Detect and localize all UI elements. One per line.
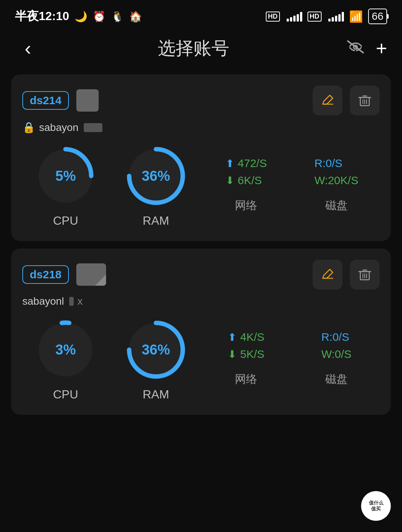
- account-name-2: sabayonl: [22, 295, 64, 307]
- moon-icon: 🌙: [74, 10, 87, 23]
- eye-off-icon: [346, 39, 365, 54]
- net-down-value-1: 6K/S: [238, 174, 262, 187]
- time-display: 半夜12:10: [15, 8, 69, 25]
- network-values-1: ⬆ 472/S ⬇ 6K/S: [226, 157, 267, 187]
- edit-icon-2: [321, 268, 334, 281]
- network-col-1: ⬆ 472/S ⬇ 6K/S 网络: [203, 157, 290, 213]
- disk-values-2: R:0/S W:0/S: [321, 331, 351, 360]
- net-label-1: 网络: [235, 198, 257, 213]
- disk-r-row-2: R:0/S: [321, 331, 349, 343]
- network-values-2: ⬆ 4K/S ⬇ 5K/S: [228, 331, 264, 360]
- page-title: 选择账号: [158, 36, 229, 60]
- page-header: ‹ 选择账号 +: [0, 30, 402, 67]
- disk-values-1: R:0/S W:20K/S: [315, 157, 358, 187]
- signal-2: [328, 11, 344, 22]
- disk-label-1: 磁盘: [325, 198, 348, 213]
- ram-gauge-2: 36% RAM: [113, 316, 200, 401]
- account-name-blurred-2: [69, 297, 74, 306]
- device-badge-2: ds218: [22, 265, 69, 284]
- wifi-icon: 📶: [349, 10, 363, 23]
- delete-button-1[interactable]: [350, 86, 380, 115]
- cpu-gauge-2: 3% CPU: [22, 316, 109, 401]
- disk-w-row-2: W:0/S: [321, 348, 351, 360]
- signal-1: [287, 11, 302, 22]
- device-card-2: ds218: [11, 249, 391, 415]
- app-icon-2: 🏠: [129, 10, 142, 23]
- disk-r-row-1: R:0/S: [315, 157, 342, 170]
- disk-w-value-1: W:20K/S: [315, 174, 358, 187]
- delete-button-2[interactable]: [350, 260, 380, 289]
- account-row-1: 🔒 sabayon: [22, 121, 380, 134]
- disk-w-value-2: W:0/S: [321, 348, 351, 360]
- status-left: 半夜12:10 🌙 ⏰ 🐧 🏠: [15, 8, 142, 25]
- add-button[interactable]: +: [376, 37, 387, 60]
- net-down-row-2: ⬇ 5K/S: [228, 348, 264, 360]
- account-name-blurred-1: [84, 123, 102, 132]
- ram-value-2: 36%: [142, 342, 170, 358]
- hide-button[interactable]: [346, 39, 365, 58]
- cpu-gauge-wrapper-2: 3%: [32, 316, 99, 383]
- disk-col-1: R:0/S W:20K/S 磁盘: [293, 157, 380, 213]
- stats-grid-2: 3% CPU 36% RAM ⬆ 4K/S ⬇: [22, 316, 380, 401]
- card-actions-1: [313, 86, 380, 115]
- stats-grid-1: 5% CPU 36% RAM ⬆ 472/S: [22, 142, 380, 228]
- net-down-row-1: ⬇ 6K/S: [226, 174, 262, 187]
- lock-icon-1: 🔒: [22, 121, 35, 134]
- cpu-label-2: CPU: [53, 388, 78, 401]
- card-info-2: ds218: [22, 263, 106, 286]
- ram-label-2: RAM: [143, 388, 169, 401]
- back-button[interactable]: ‹: [15, 37, 41, 60]
- download-arrow-1: ⬇: [226, 174, 234, 187]
- watermark: 值什么值买: [361, 491, 391, 521]
- net-down-value-2: 5K/S: [240, 348, 264, 360]
- battery-indicator: 66: [368, 9, 387, 24]
- edit-icon-1: [321, 94, 334, 107]
- ram-gauge-wrapper-1: 36%: [122, 142, 189, 209]
- disk-col-2: R:0/S W:0/S 磁盘: [293, 331, 380, 387]
- account-name-1: sabayon: [39, 122, 79, 134]
- edit-button-2[interactable]: [313, 260, 342, 289]
- trash-icon-1: [358, 94, 371, 107]
- card-header-1: ds214: [22, 86, 380, 115]
- device-badge-1: ds214: [22, 91, 69, 110]
- edit-button-1[interactable]: [313, 86, 342, 115]
- disk-r-value-2: R:0/S: [321, 331, 349, 343]
- upload-arrow-2: ⬆: [228, 331, 236, 343]
- card-header-2: ds218: [22, 260, 380, 289]
- network-col-2: ⬆ 4K/S ⬇ 5K/S 网络: [203, 331, 290, 387]
- cpu-value-2: 3%: [55, 342, 76, 358]
- status-bar: 半夜12:10 🌙 ⏰ 🐧 🏠 HD HD 📶 66: [0, 0, 402, 30]
- account-suffix-2: x: [77, 295, 83, 307]
- upload-arrow-1: ⬆: [226, 157, 234, 170]
- download-arrow-2: ⬇: [228, 348, 236, 360]
- disk-r-value-1: R:0/S: [315, 157, 342, 170]
- net-up-row-1: ⬆ 472/S: [226, 157, 267, 170]
- cpu-label-1: CPU: [53, 214, 78, 228]
- status-right: HD HD 📶 66: [266, 9, 387, 24]
- card-info-1: ds214: [22, 89, 99, 112]
- net-up-row-2: ⬆ 4K/S: [228, 331, 264, 343]
- ram-gauge-1: 36% RAM: [113, 142, 200, 228]
- net-up-value-1: 472/S: [238, 157, 267, 170]
- hd-badge-2: HD: [307, 12, 322, 22]
- app-icon-1: 🐧: [111, 10, 124, 23]
- device-avatar-2: [76, 263, 106, 286]
- header-actions: +: [346, 37, 387, 60]
- ram-label-1: RAM: [143, 214, 169, 228]
- account-row-2: sabayonl x: [22, 295, 380, 307]
- net-label-2: 网络: [235, 372, 257, 387]
- trash-icon-2: [358, 268, 371, 281]
- device-avatar-1: [76, 89, 99, 112]
- hd-badge-1: HD: [266, 12, 280, 22]
- cpu-gauge-1: 5% CPU: [22, 142, 109, 228]
- disk-w-row-1: W:20K/S: [315, 174, 358, 187]
- card-actions-2: [313, 260, 380, 289]
- net-up-value-2: 4K/S: [240, 331, 264, 343]
- ram-value-1: 36%: [142, 168, 170, 184]
- ram-gauge-wrapper-2: 36%: [122, 316, 189, 383]
- alarm-icon: ⏰: [93, 10, 106, 23]
- disk-label-2: 磁盘: [325, 372, 348, 387]
- cpu-gauge-wrapper-1: 5%: [32, 142, 99, 209]
- cpu-value-1: 5%: [55, 168, 76, 184]
- device-card-1: ds214 🔒 sab: [11, 74, 391, 241]
